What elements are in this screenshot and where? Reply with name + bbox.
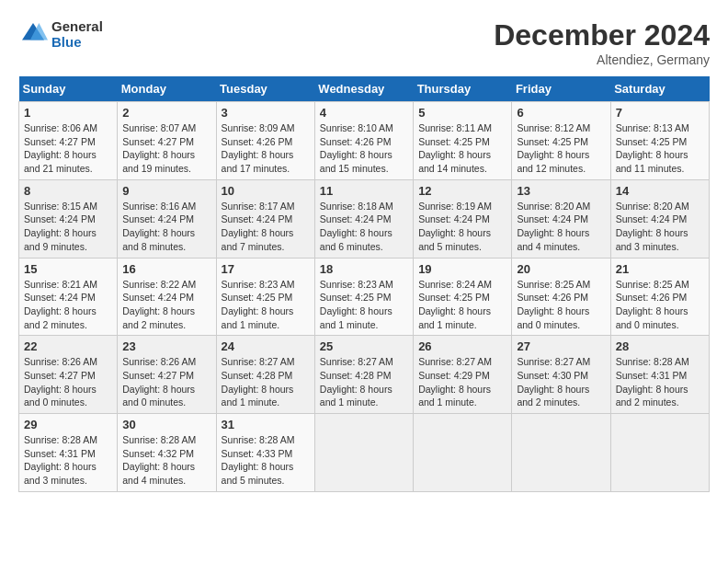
calendar-row: 22 Sunrise: 8:26 AM Sunset: 4:27 PM Dayl… <box>19 336 710 414</box>
calendar-cell: 18 Sunrise: 8:23 AM Sunset: 4:25 PM Dayl… <box>314 258 413 336</box>
calendar-cell: 7 Sunrise: 8:13 AM Sunset: 4:25 PM Dayli… <box>610 102 709 180</box>
day-number: 4 <box>320 106 408 120</box>
month-title: December 2024 <box>494 18 710 52</box>
day-info: Sunrise: 8:15 AM Sunset: 4:24 PM Dayligh… <box>24 200 112 254</box>
page-header: General Blue December 2024 Altendiez, Ge… <box>18 18 710 67</box>
day-number: 1 <box>24 106 112 120</box>
calendar-cell: 26 Sunrise: 8:27 AM Sunset: 4:29 PM Dayl… <box>414 336 512 414</box>
day-info: Sunrise: 8:13 AM Sunset: 4:25 PM Dayligh… <box>616 121 704 176</box>
calendar-cell: 12 Sunrise: 8:19 AM Sunset: 4:24 PM Dayl… <box>414 179 512 258</box>
calendar-cell: 19 Sunrise: 8:24 AM Sunset: 4:25 PM Dayl… <box>414 258 512 336</box>
day-info: Sunrise: 8:12 AM Sunset: 4:25 PM Dayligh… <box>517 121 605 176</box>
calendar-cell: 5 Sunrise: 8:11 AM Sunset: 4:25 PM Dayli… <box>414 102 512 180</box>
calendar-cell: 3 Sunrise: 8:09 AM Sunset: 4:26 PM Dayli… <box>216 102 314 180</box>
day-number: 22 <box>24 339 112 353</box>
logo-text: General Blue <box>51 18 103 50</box>
calendar-cell: 16 Sunrise: 8:22 AM Sunset: 4:24 PM Dayl… <box>118 258 216 336</box>
calendar-row: 29 Sunrise: 8:28 AM Sunset: 4:31 PM Dayl… <box>19 414 710 492</box>
day-info: Sunrise: 8:09 AM Sunset: 4:26 PM Dayligh… <box>222 121 310 176</box>
day-number: 8 <box>24 184 112 198</box>
calendar-cell: 17 Sunrise: 8:23 AM Sunset: 4:25 PM Dayl… <box>216 258 314 336</box>
calendar-cell: 24 Sunrise: 8:27 AM Sunset: 4:28 PM Dayl… <box>216 336 314 414</box>
calendar-cell: 2 Sunrise: 8:07 AM Sunset: 4:27 PM Dayli… <box>118 102 216 180</box>
day-info: Sunrise: 8:25 AM Sunset: 4:26 PM Dayligh… <box>616 278 704 332</box>
day-number: 19 <box>418 262 506 276</box>
col-saturday: Saturday <box>610 76 709 102</box>
calendar-row: 15 Sunrise: 8:21 AM Sunset: 4:24 PM Dayl… <box>19 258 710 336</box>
day-info: Sunrise: 8:23 AM Sunset: 4:25 PM Dayligh… <box>320 278 408 332</box>
calendar-cell: 25 Sunrise: 8:27 AM Sunset: 4:28 PM Dayl… <box>314 336 413 414</box>
day-number: 20 <box>517 262 605 276</box>
calendar-cell: 11 Sunrise: 8:18 AM Sunset: 4:24 PM Dayl… <box>314 179 413 258</box>
day-number: 27 <box>517 339 605 353</box>
calendar-cell: 21 Sunrise: 8:25 AM Sunset: 4:26 PM Dayl… <box>610 258 709 336</box>
day-number: 13 <box>517 184 605 198</box>
calendar-cell: 6 Sunrise: 8:12 AM Sunset: 4:25 PM Dayli… <box>512 102 610 180</box>
calendar-row: 8 Sunrise: 8:15 AM Sunset: 4:24 PM Dayli… <box>19 179 710 258</box>
day-info: Sunrise: 8:28 AM Sunset: 4:31 PM Dayligh… <box>616 355 704 409</box>
day-number: 2 <box>122 106 210 120</box>
day-info: Sunrise: 8:10 AM Sunset: 4:26 PM Dayligh… <box>320 121 408 176</box>
day-number: 23 <box>122 339 210 353</box>
day-number: 12 <box>418 184 506 198</box>
calendar-cell <box>610 414 709 492</box>
day-number: 15 <box>24 262 112 276</box>
day-number: 21 <box>616 262 704 276</box>
day-number: 7 <box>616 106 704 120</box>
col-friday: Friday <box>512 76 610 102</box>
calendar-cell: 13 Sunrise: 8:20 AM Sunset: 4:24 PM Dayl… <box>512 179 610 258</box>
calendar-cell: 15 Sunrise: 8:21 AM Sunset: 4:24 PM Dayl… <box>19 258 118 336</box>
day-info: Sunrise: 8:24 AM Sunset: 4:25 PM Dayligh… <box>418 278 506 332</box>
day-info: Sunrise: 8:21 AM Sunset: 4:24 PM Dayligh… <box>24 278 112 332</box>
day-info: Sunrise: 8:28 AM Sunset: 4:32 PM Dayligh… <box>122 433 210 488</box>
day-info: Sunrise: 8:18 AM Sunset: 4:24 PM Dayligh… <box>320 200 408 254</box>
day-number: 5 <box>418 106 506 120</box>
day-info: Sunrise: 8:26 AM Sunset: 4:27 PM Dayligh… <box>122 355 210 409</box>
calendar-cell: 28 Sunrise: 8:28 AM Sunset: 4:31 PM Dayl… <box>610 336 709 414</box>
calendar-row: 1 Sunrise: 8:06 AM Sunset: 4:27 PM Dayli… <box>19 102 710 180</box>
logo-icon <box>18 19 48 49</box>
day-info: Sunrise: 8:27 AM Sunset: 4:28 PM Dayligh… <box>222 355 310 409</box>
day-number: 24 <box>222 339 310 353</box>
day-info: Sunrise: 8:25 AM Sunset: 4:26 PM Dayligh… <box>517 278 605 332</box>
calendar-body: 1 Sunrise: 8:06 AM Sunset: 4:27 PM Dayli… <box>19 102 710 492</box>
day-number: 14 <box>616 184 704 198</box>
day-number: 3 <box>222 106 310 120</box>
day-number: 30 <box>122 418 210 431</box>
day-info: Sunrise: 8:06 AM Sunset: 4:27 PM Dayligh… <box>24 121 112 176</box>
day-number: 16 <box>122 262 210 276</box>
title-block: December 2024 Altendiez, Germany <box>494 18 710 67</box>
day-info: Sunrise: 8:28 AM Sunset: 4:31 PM Dayligh… <box>24 433 112 488</box>
calendar-cell: 27 Sunrise: 8:27 AM Sunset: 4:30 PM Dayl… <box>512 336 610 414</box>
calendar-cell: 29 Sunrise: 8:28 AM Sunset: 4:31 PM Dayl… <box>19 414 118 492</box>
calendar-cell: 20 Sunrise: 8:25 AM Sunset: 4:26 PM Dayl… <box>512 258 610 336</box>
calendar-header-row: Sunday Monday Tuesday Wednesday Thursday… <box>19 76 710 102</box>
day-number: 31 <box>222 418 310 431</box>
col-thursday: Thursday <box>414 76 512 102</box>
day-number: 29 <box>24 418 112 431</box>
day-number: 18 <box>320 262 408 276</box>
calendar-cell: 4 Sunrise: 8:10 AM Sunset: 4:26 PM Dayli… <box>314 102 413 180</box>
day-info: Sunrise: 8:27 AM Sunset: 4:29 PM Dayligh… <box>418 355 506 409</box>
calendar-cell <box>414 414 512 492</box>
day-info: Sunrise: 8:20 AM Sunset: 4:24 PM Dayligh… <box>616 200 704 254</box>
calendar-cell: 22 Sunrise: 8:26 AM Sunset: 4:27 PM Dayl… <box>19 336 118 414</box>
day-info: Sunrise: 8:07 AM Sunset: 4:27 PM Dayligh… <box>122 121 210 176</box>
calendar-cell: 31 Sunrise: 8:28 AM Sunset: 4:33 PM Dayl… <box>216 414 314 492</box>
day-number: 10 <box>222 184 310 198</box>
day-info: Sunrise: 8:22 AM Sunset: 4:24 PM Dayligh… <box>122 278 210 332</box>
calendar-cell: 14 Sunrise: 8:20 AM Sunset: 4:24 PM Dayl… <box>610 179 709 258</box>
calendar-cell: 10 Sunrise: 8:17 AM Sunset: 4:24 PM Dayl… <box>216 179 314 258</box>
day-info: Sunrise: 8:20 AM Sunset: 4:24 PM Dayligh… <box>517 200 605 254</box>
calendar-table: Sunday Monday Tuesday Wednesday Thursday… <box>18 76 710 492</box>
calendar-cell: 1 Sunrise: 8:06 AM Sunset: 4:27 PM Dayli… <box>19 102 118 180</box>
location-subtitle: Altendiez, Germany <box>494 52 710 67</box>
day-info: Sunrise: 8:17 AM Sunset: 4:24 PM Dayligh… <box>222 200 310 254</box>
col-monday: Monday <box>118 76 216 102</box>
col-sunday: Sunday <box>19 76 118 102</box>
day-info: Sunrise: 8:11 AM Sunset: 4:25 PM Dayligh… <box>418 121 506 176</box>
calendar-cell <box>512 414 610 492</box>
day-info: Sunrise: 8:19 AM Sunset: 4:24 PM Dayligh… <box>418 200 506 254</box>
calendar-cell: 9 Sunrise: 8:16 AM Sunset: 4:24 PM Dayli… <box>118 179 216 258</box>
calendar-cell: 30 Sunrise: 8:28 AM Sunset: 4:32 PM Dayl… <box>118 414 216 492</box>
